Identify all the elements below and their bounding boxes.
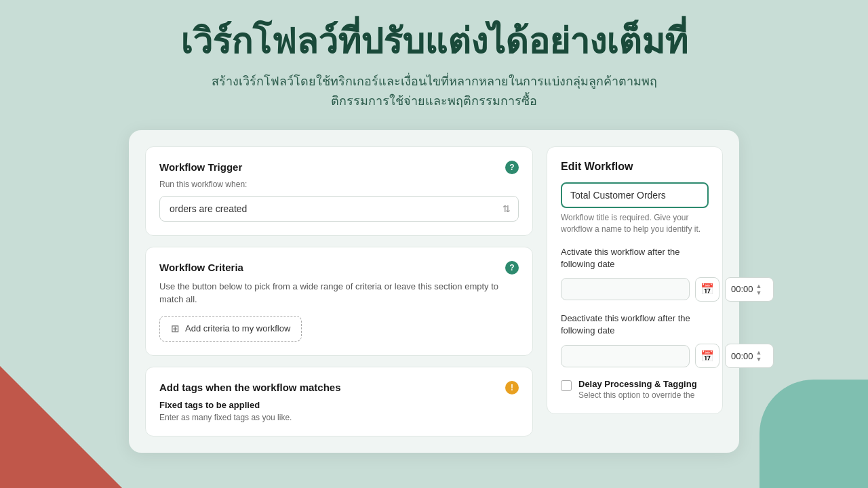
deactivate-label: Deactivate this workflow after the follo… xyxy=(561,312,709,337)
activate-time-value: 00:00 xyxy=(731,284,753,294)
trigger-subtitle: Run this workflow when: xyxy=(159,180,519,189)
left-panel: Workflow Trigger ? Run this workflow whe… xyxy=(145,146,533,436)
tags-warning-icon[interactable]: ! xyxy=(505,381,519,394)
activate-calendar-btn[interactable]: 📅 xyxy=(695,277,719,302)
delay-processing-row: Delay Processing & Tagging Select this o… xyxy=(561,379,709,400)
right-panel: Edit Workflow Workflow title is required… xyxy=(547,146,723,436)
hero-subtitle: สร้างเวิร์กโฟลว์โดยใช้ทริกเกอร์และเงื่อน… xyxy=(212,72,657,111)
edit-workflow-title: Edit Workflow xyxy=(561,161,709,173)
fixed-tags-desc: Enter as many fixed tags as you like. xyxy=(159,413,519,422)
activate-date-input[interactable] xyxy=(561,278,690,300)
criteria-header: Workflow Criteria ? xyxy=(159,261,519,274)
activate-date-row: 📅 00:00 ▲ ▼ xyxy=(561,277,709,302)
deactivate-date-input[interactable] xyxy=(561,345,690,367)
deactivate-calendar-btn[interactable]: 📅 xyxy=(695,344,719,368)
workflow-trigger-card: Workflow Trigger ? Run this workflow whe… xyxy=(145,146,533,236)
deactivate-time-value: 00:00 xyxy=(731,351,753,361)
tags-header: Add tags when the workflow matches ! xyxy=(159,381,519,394)
trigger-help-icon[interactable]: ? xyxy=(505,161,519,174)
edit-workflow-card: Edit Workflow Workflow title is required… xyxy=(547,146,723,414)
criteria-title: Workflow Criteria xyxy=(159,262,243,273)
page-content: เวิร์กโฟลว์ที่ปรับแต่งได้อย่างเต็มที่ สร… xyxy=(0,0,868,453)
workflow-criteria-card: Workflow Criteria ? Use the button below… xyxy=(145,247,533,356)
add-criteria-button[interactable]: ⊞ Add criteria to my workflow xyxy=(159,316,302,342)
trigger-select[interactable]: orders are created orders are updated cu… xyxy=(159,196,519,222)
activate-label: Activate this workflow after the followi… xyxy=(561,246,709,270)
add-criteria-label: Add criteria to my workflow xyxy=(185,323,290,333)
criteria-description: Use the button below to pick from a wide… xyxy=(159,280,519,306)
criteria-help-icon[interactable]: ? xyxy=(505,261,519,274)
add-tags-card: Add tags when the workflow matches ! Fix… xyxy=(145,367,533,436)
trigger-header: Workflow Trigger ? xyxy=(159,161,519,174)
delay-processing-checkbox[interactable] xyxy=(561,380,572,391)
trigger-title: Workflow Trigger xyxy=(159,161,242,173)
deactivate-time-arrows[interactable]: ▲ ▼ xyxy=(756,349,762,363)
delay-label-container: Delay Processing & Tagging Select this o… xyxy=(578,379,697,400)
main-card: Workflow Trigger ? Run this workflow whe… xyxy=(129,130,739,453)
activate-time-input[interactable]: 00:00 ▲ ▼ xyxy=(725,277,774,302)
activate-time-arrows[interactable]: ▲ ▼ xyxy=(756,283,762,296)
workflow-name-hint: Workflow title is required. Give your wo… xyxy=(561,212,709,235)
deactivate-date-row: 📅 00:00 ▲ ▼ xyxy=(561,344,709,368)
delay-processing-sub: Select this option to override the xyxy=(578,390,697,400)
hero-title: เวิร์กโฟลว์ที่ปรับแต่งได้อย่างเต็มที่ xyxy=(180,20,688,62)
workflow-name-input[interactable] xyxy=(561,182,709,208)
tags-title: Add tags when the workflow matches xyxy=(159,382,341,393)
delay-processing-label: Delay Processing & Tagging xyxy=(578,379,697,389)
deactivate-time-input[interactable]: 00:00 ▲ ▼ xyxy=(725,344,774,368)
fixed-tags-title: Fixed tags to be applied xyxy=(159,400,519,410)
criteria-add-icon: ⊞ xyxy=(171,323,180,335)
trigger-select-wrapper: orders are created orders are updated cu… xyxy=(159,196,519,222)
